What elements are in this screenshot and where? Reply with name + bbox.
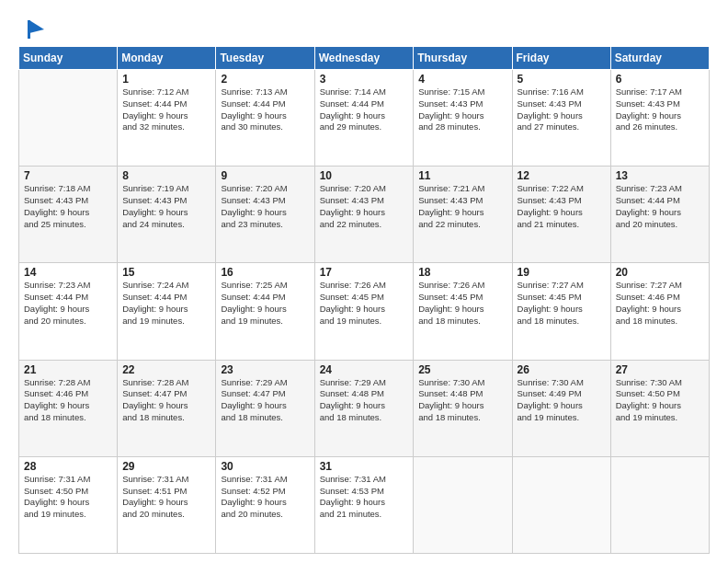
calendar-table: SundayMondayTuesdayWednesdayThursdayFrid…: [18, 46, 710, 554]
svg-marker-0: [29, 20, 44, 33]
day-info: Sunrise: 7:22 AMSunset: 4:43 PMDaylight:…: [518, 183, 606, 230]
day-cell: 29Sunrise: 7:31 AMSunset: 4:51 PMDayligh…: [118, 456, 216, 553]
day-number: 11: [418, 169, 506, 182]
day-cell: 17Sunrise: 7:26 AMSunset: 4:45 PMDayligh…: [314, 263, 414, 360]
day-number: 26: [518, 363, 606, 376]
day-info: Sunrise: 7:29 AMSunset: 4:48 PMDaylight:…: [320, 377, 409, 424]
svg-rect-1: [28, 20, 30, 39]
day-cell: 8Sunrise: 7:19 AMSunset: 4:43 PMDaylight…: [118, 167, 216, 263]
day-cell: 2Sunrise: 7:13 AMSunset: 4:44 PMDaylight…: [216, 70, 314, 167]
day-cell: 30Sunrise: 7:31 AMSunset: 4:52 PMDayligh…: [216, 456, 314, 553]
day-info: Sunrise: 7:12 AMSunset: 4:44 PMDaylight:…: [122, 86, 210, 133]
day-info: Sunrise: 7:25 AMSunset: 4:44 PMDaylight:…: [221, 280, 309, 327]
day-cell: [512, 456, 610, 553]
weekday-header-friday: Friday: [512, 47, 610, 70]
logo-icon: [20, 17, 46, 42]
day-number: 29: [122, 460, 210, 473]
weekday-header-thursday: Thursday: [414, 47, 512, 70]
day-cell: 25Sunrise: 7:30 AMSunset: 4:48 PMDayligh…: [414, 360, 512, 456]
day-cell: 12Sunrise: 7:22 AMSunset: 4:43 PMDayligh…: [512, 167, 610, 263]
day-cell: [414, 456, 512, 553]
day-number: 20: [616, 266, 704, 279]
day-info: Sunrise: 7:21 AMSunset: 4:43 PMDaylight:…: [418, 183, 506, 230]
day-number: 12: [518, 169, 606, 182]
weekday-header-tuesday: Tuesday: [216, 47, 314, 70]
day-cell: 26Sunrise: 7:30 AMSunset: 4:49 PMDayligh…: [512, 360, 610, 456]
day-number: 21: [24, 363, 112, 376]
day-number: 16: [221, 266, 309, 279]
day-info: Sunrise: 7:15 AMSunset: 4:43 PMDaylight:…: [418, 86, 506, 133]
day-info: Sunrise: 7:30 AMSunset: 4:48 PMDaylight:…: [418, 377, 506, 424]
day-info: Sunrise: 7:16 AMSunset: 4:43 PMDaylight:…: [518, 86, 606, 133]
day-number: 15: [122, 266, 210, 279]
day-info: Sunrise: 7:14 AMSunset: 4:44 PMDaylight:…: [320, 86, 409, 133]
day-cell: 4Sunrise: 7:15 AMSunset: 4:43 PMDaylight…: [414, 70, 512, 167]
day-cell: 31Sunrise: 7:31 AMSunset: 4:53 PMDayligh…: [314, 456, 414, 553]
day-cell: 18Sunrise: 7:26 AMSunset: 4:45 PMDayligh…: [414, 263, 512, 360]
day-cell: 5Sunrise: 7:16 AMSunset: 4:43 PMDaylight…: [512, 70, 610, 167]
day-cell: [610, 456, 709, 553]
day-info: Sunrise: 7:28 AMSunset: 4:46 PMDaylight:…: [24, 377, 112, 424]
day-cell: 24Sunrise: 7:29 AMSunset: 4:48 PMDayligh…: [314, 360, 414, 456]
day-info: Sunrise: 7:28 AMSunset: 4:47 PMDaylight:…: [122, 377, 210, 424]
day-cell: 10Sunrise: 7:20 AMSunset: 4:43 PMDayligh…: [314, 167, 414, 263]
week-row-4: 21Sunrise: 7:28 AMSunset: 4:46 PMDayligh…: [19, 360, 710, 456]
header: [18, 17, 710, 39]
weekday-header-wednesday: Wednesday: [314, 47, 414, 70]
day-number: 30: [221, 460, 309, 473]
day-info: Sunrise: 7:26 AMSunset: 4:45 PMDaylight:…: [320, 280, 409, 327]
day-number: 2: [221, 73, 309, 86]
week-row-3: 14Sunrise: 7:23 AMSunset: 4:44 PMDayligh…: [19, 263, 710, 360]
day-cell: 7Sunrise: 7:18 AMSunset: 4:43 PMDaylight…: [19, 167, 118, 263]
day-info: Sunrise: 7:27 AMSunset: 4:46 PMDaylight:…: [616, 280, 704, 327]
day-number: 4: [418, 73, 506, 86]
week-row-5: 28Sunrise: 7:31 AMSunset: 4:50 PMDayligh…: [19, 456, 710, 553]
day-cell: 11Sunrise: 7:21 AMSunset: 4:43 PMDayligh…: [414, 167, 512, 263]
day-cell: 16Sunrise: 7:25 AMSunset: 4:44 PMDayligh…: [216, 263, 314, 360]
day-number: 24: [320, 363, 409, 376]
day-number: 1: [122, 73, 210, 86]
day-cell: 6Sunrise: 7:17 AMSunset: 4:43 PMDaylight…: [610, 70, 709, 167]
day-info: Sunrise: 7:31 AMSunset: 4:53 PMDaylight:…: [320, 474, 409, 521]
day-cell: 21Sunrise: 7:28 AMSunset: 4:46 PMDayligh…: [19, 360, 118, 456]
day-info: Sunrise: 7:20 AMSunset: 4:43 PMDaylight:…: [320, 183, 409, 230]
day-cell: 15Sunrise: 7:24 AMSunset: 4:44 PMDayligh…: [118, 263, 216, 360]
day-cell: 23Sunrise: 7:29 AMSunset: 4:47 PMDayligh…: [216, 360, 314, 456]
weekday-header-row: SundayMondayTuesdayWednesdayThursdayFrid…: [19, 47, 710, 70]
day-info: Sunrise: 7:13 AMSunset: 4:44 PMDaylight:…: [221, 86, 309, 133]
day-number: 3: [320, 73, 409, 86]
weekday-header-monday: Monday: [118, 47, 216, 70]
day-number: 9: [221, 169, 309, 182]
day-info: Sunrise: 7:19 AMSunset: 4:43 PMDaylight:…: [122, 183, 210, 230]
day-info: Sunrise: 7:23 AMSunset: 4:44 PMDaylight:…: [24, 280, 112, 327]
day-number: 18: [418, 266, 506, 279]
day-cell: 20Sunrise: 7:27 AMSunset: 4:46 PMDayligh…: [610, 263, 709, 360]
day-number: 17: [320, 266, 409, 279]
weekday-header-saturday: Saturday: [610, 47, 709, 70]
day-number: 25: [418, 363, 506, 376]
week-row-2: 7Sunrise: 7:18 AMSunset: 4:43 PMDaylight…: [19, 167, 710, 263]
day-cell: 1Sunrise: 7:12 AMSunset: 4:44 PMDaylight…: [118, 70, 216, 167]
day-cell: [19, 70, 118, 167]
day-info: Sunrise: 7:29 AMSunset: 4:47 PMDaylight:…: [221, 377, 309, 424]
day-info: Sunrise: 7:26 AMSunset: 4:45 PMDaylight:…: [418, 280, 506, 327]
day-info: Sunrise: 7:24 AMSunset: 4:44 PMDaylight:…: [122, 280, 210, 327]
weekday-header-sunday: Sunday: [19, 47, 118, 70]
day-info: Sunrise: 7:30 AMSunset: 4:50 PMDaylight:…: [616, 377, 704, 424]
day-number: 10: [320, 169, 409, 182]
day-cell: 28Sunrise: 7:31 AMSunset: 4:50 PMDayligh…: [19, 456, 118, 553]
day-info: Sunrise: 7:31 AMSunset: 4:51 PMDaylight:…: [122, 474, 210, 521]
day-number: 7: [24, 169, 112, 182]
day-number: 22: [122, 363, 210, 376]
day-cell: 9Sunrise: 7:20 AMSunset: 4:43 PMDaylight…: [216, 167, 314, 263]
day-cell: 27Sunrise: 7:30 AMSunset: 4:50 PMDayligh…: [610, 360, 709, 456]
day-cell: 14Sunrise: 7:23 AMSunset: 4:44 PMDayligh…: [19, 263, 118, 360]
day-info: Sunrise: 7:31 AMSunset: 4:52 PMDaylight:…: [221, 474, 309, 521]
day-cell: 3Sunrise: 7:14 AMSunset: 4:44 PMDaylight…: [314, 70, 414, 167]
day-number: 28: [24, 460, 112, 473]
day-number: 31: [320, 460, 409, 473]
day-info: Sunrise: 7:23 AMSunset: 4:44 PMDaylight:…: [616, 183, 704, 230]
day-cell: 19Sunrise: 7:27 AMSunset: 4:45 PMDayligh…: [512, 263, 610, 360]
day-number: 8: [122, 169, 210, 182]
logo: [18, 17, 46, 39]
